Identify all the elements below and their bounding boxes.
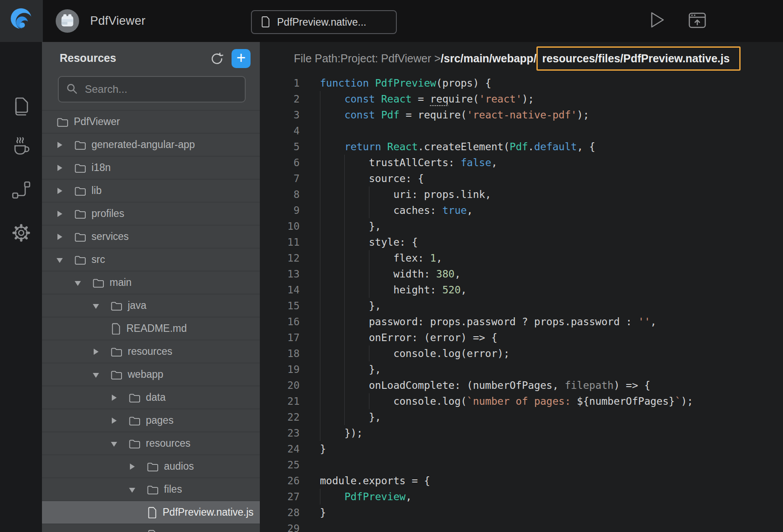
code-line-2[interactable]: 2 const React = require('react'); bbox=[260, 91, 783, 107]
line-number: 14 bbox=[260, 282, 300, 298]
tree-item-label: java bbox=[128, 300, 146, 312]
code-line-20[interactable]: 20 onLoadComplete: (numberOfPages, filep… bbox=[260, 377, 783, 393]
chevron-right-icon[interactable] bbox=[57, 141, 63, 148]
tree-item-main[interactable]: main bbox=[42, 271, 260, 294]
chevron-down-icon[interactable] bbox=[129, 486, 135, 493]
indent-guide bbox=[344, 314, 345, 330]
chevron-right-icon[interactable] bbox=[129, 463, 135, 470]
code-line-23[interactable]: 23 }); bbox=[260, 425, 783, 441]
chevron-down-icon[interactable] bbox=[57, 256, 63, 263]
chevron-right-icon[interactable] bbox=[93, 348, 99, 355]
folder-icon bbox=[74, 140, 86, 150]
tree-item-i18n[interactable]: i18n bbox=[42, 156, 260, 179]
code-area[interactable]: 1function PdfPreview(props) {2 const Rea… bbox=[260, 75, 783, 532]
line-number: 7 bbox=[260, 171, 300, 186]
code-line-15[interactable]: 15 }, bbox=[260, 298, 783, 314]
search-input[interactable] bbox=[84, 83, 238, 96]
code-line-11[interactable]: 11 style: { bbox=[260, 234, 783, 250]
chevron-right-icon[interactable] bbox=[57, 233, 63, 240]
indent-guide bbox=[344, 234, 345, 250]
tree-item-services[interactable]: services bbox=[42, 225, 260, 248]
tree-item-src[interactable]: src bbox=[42, 248, 260, 271]
indent-guide bbox=[344, 409, 345, 425]
code-line-3[interactable]: 3 const Pdf = require('react-native-pdf'… bbox=[260, 107, 783, 123]
tree-item-profiles[interactable]: profiles bbox=[42, 202, 260, 225]
code-line-18[interactable]: 18 console.log(error); bbox=[260, 346, 783, 361]
tree-item-data[interactable]: data bbox=[42, 386, 260, 409]
tree-item-resources[interactable]: resources bbox=[42, 432, 260, 455]
folder-icon bbox=[74, 255, 86, 265]
code-line-9[interactable]: 9 caches: true, bbox=[260, 202, 783, 218]
file-icon bbox=[261, 15, 270, 29]
chevron-right-icon[interactable] bbox=[57, 187, 63, 194]
tree-item-resources[interactable]: resources bbox=[42, 340, 260, 363]
code-line-14[interactable]: 14 height: 520, bbox=[260, 282, 783, 298]
line-number: 26 bbox=[260, 473, 300, 489]
code-line-7[interactable]: 7 source: { bbox=[260, 171, 783, 186]
code-line-17[interactable]: 17 onError: (error) => { bbox=[260, 330, 783, 346]
flow-connector-icon[interactable] bbox=[11, 180, 31, 200]
settings-gear-icon[interactable] bbox=[11, 222, 32, 243]
file-icon bbox=[147, 529, 157, 532]
tree-item-label: src bbox=[91, 254, 105, 266]
indent-guide bbox=[320, 202, 320, 218]
code-line-8[interactable]: 8 uri: props.link, bbox=[260, 186, 783, 202]
plus-icon: + bbox=[236, 50, 246, 66]
code-line-16[interactable]: 16 password: props.password ? props.pass… bbox=[260, 314, 783, 330]
line-number: 13 bbox=[260, 266, 300, 282]
code-line-5[interactable]: 5 return React.createElement(Pdf.default… bbox=[260, 139, 783, 155]
tree-item-pdfpreview.native.js[interactable]: PdfPreview.native.js bbox=[42, 501, 260, 524]
indent-guide bbox=[344, 218, 345, 234]
open-in-window-button[interactable] bbox=[688, 11, 707, 30]
run-button[interactable] bbox=[650, 11, 665, 29]
copy-pages-icon[interactable] bbox=[11, 95, 32, 117]
tree-item-webapp[interactable]: webapp bbox=[42, 363, 260, 386]
tree-item-partial[interactable] bbox=[42, 524, 260, 532]
coffee-steam-icon[interactable] bbox=[10, 136, 32, 158]
tree-item-label: generated-angular-app bbox=[91, 139, 195, 151]
tree-item-pdfviewer[interactable]: PdfViewer bbox=[42, 110, 260, 133]
code-line-25[interactable]: 25 bbox=[260, 457, 783, 473]
search-box[interactable] bbox=[58, 76, 246, 103]
code-line-12[interactable]: 12 flex: 1, bbox=[260, 250, 783, 266]
code-line-4[interactable]: 4 bbox=[260, 123, 783, 139]
tree-item-lib[interactable]: lib bbox=[42, 179, 260, 202]
indent-guide bbox=[344, 282, 345, 298]
code-line-24[interactable]: 24} bbox=[260, 441, 783, 457]
indent-guide bbox=[320, 123, 320, 139]
chevron-right-icon[interactable] bbox=[57, 210, 63, 217]
chevron-down-icon[interactable] bbox=[111, 440, 117, 447]
code-line-19[interactable]: 19 }, bbox=[260, 361, 783, 377]
tree-item-files[interactable]: files bbox=[42, 478, 260, 501]
chevron-right-icon[interactable] bbox=[57, 164, 63, 171]
chevron-right-icon[interactable] bbox=[111, 394, 117, 401]
code-line-28[interactable]: 28} bbox=[260, 505, 783, 521]
code-line-29[interactable]: 29 bbox=[260, 521, 783, 532]
tree-item-generated-angular-app[interactable]: generated-angular-app bbox=[42, 133, 260, 156]
indent-guide bbox=[369, 282, 369, 298]
add-resource-button[interactable]: + bbox=[232, 49, 251, 68]
open-file-tab[interactable]: PdfPreview.native... bbox=[251, 10, 397, 34]
indent-guide bbox=[320, 314, 320, 330]
chevron-down-icon[interactable] bbox=[93, 371, 99, 378]
ide-logo-tile[interactable] bbox=[0, 0, 43, 42]
code-line-13[interactable]: 13 width: 380, bbox=[260, 266, 783, 282]
code-line-27[interactable]: 27 PdfPreview, bbox=[260, 489, 783, 505]
tree-item-java[interactable]: java bbox=[42, 294, 260, 317]
code-line-10[interactable]: 10 }, bbox=[260, 218, 783, 234]
folder-icon bbox=[92, 277, 104, 288]
tree-item-audios[interactable]: audios bbox=[42, 455, 260, 478]
chevron-right-icon[interactable] bbox=[111, 417, 117, 424]
tree-item-readme.md[interactable]: README.md bbox=[42, 317, 260, 340]
code-line-21[interactable]: 21 console.log(`number of pages: ${numbe… bbox=[260, 393, 783, 409]
code-line-1[interactable]: 1function PdfPreview(props) { bbox=[260, 75, 783, 91]
code-line-26[interactable]: 26module.exports = { bbox=[260, 473, 783, 489]
code-line-6[interactable]: 6 trustAllCerts: false, bbox=[260, 155, 783, 171]
line-number: 9 bbox=[260, 202, 300, 218]
tree-item-pages[interactable]: pages bbox=[42, 409, 260, 432]
chevron-down-icon[interactable] bbox=[93, 302, 99, 309]
indent-guide bbox=[320, 393, 320, 409]
refresh-button[interactable] bbox=[210, 52, 224, 66]
chevron-down-icon[interactable] bbox=[75, 279, 81, 286]
code-line-22[interactable]: 22 }, bbox=[260, 409, 783, 425]
